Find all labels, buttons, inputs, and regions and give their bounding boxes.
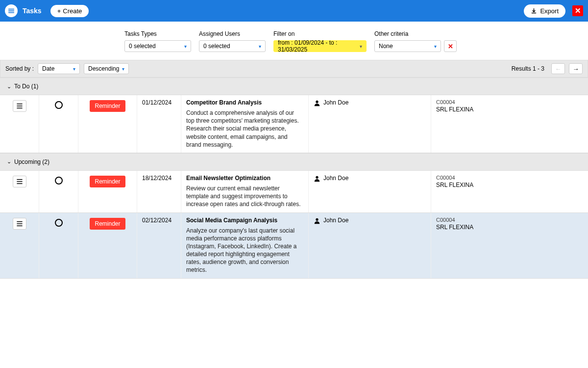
other-criteria-label: Other criteria (374, 30, 457, 37)
upcoming-label: Upcoming (2) (14, 158, 49, 165)
list-icon (16, 103, 23, 109)
menu-button[interactable] (5, 4, 18, 17)
next-page-button[interactable]: → (569, 63, 583, 74)
page-title: Tasks (23, 7, 42, 15)
reminder-tag[interactable]: Reminder (90, 100, 125, 112)
task-types-label: Tasks Types (124, 30, 191, 37)
task-title: Email Newsletter Optimization (186, 175, 303, 182)
other-criteria-select[interactable]: None ▾ (374, 40, 441, 52)
filter-on-label: Filter on (273, 30, 367, 37)
x-icon: ✕ (448, 43, 453, 50)
close-icon: ✕ (575, 6, 581, 15)
status-circle[interactable] (55, 177, 63, 184)
svg-point-0 (316, 101, 318, 103)
svg-point-1 (316, 176, 318, 179)
chevron-down-icon: ▾ (434, 44, 437, 49)
clear-filters-button[interactable]: ✕ (444, 40, 457, 52)
task-date: 02/12/2024 (142, 217, 172, 224)
task-user: John Doe (323, 175, 348, 182)
task-menu-button[interactable] (13, 100, 26, 112)
company-code: C00004 (436, 175, 578, 181)
task-date: 18/12/2024 (142, 175, 172, 182)
task-title: Social Media Campaign Analysis (186, 217, 303, 224)
task-description: Review our current email newsletter temp… (186, 184, 303, 209)
user-icon (314, 100, 320, 106)
task-types-select[interactable]: 0 selected ▾ (124, 40, 191, 52)
create-label: Create (63, 7, 82, 15)
sort-direction-select[interactable]: Descending ▾ (84, 63, 129, 74)
export-button[interactable]: Export (524, 4, 565, 18)
sort-field-select[interactable]: Date ▾ (38, 63, 80, 74)
close-button[interactable]: ✕ (572, 5, 583, 16)
arrow-left-icon: ← (555, 65, 562, 73)
svg-point-2 (316, 218, 318, 220)
filters-panel: Tasks Types 0 selected ▾ Assigned Users … (0, 22, 588, 60)
chevron-down-icon: ▾ (122, 66, 124, 72)
results-count: Results 1 - 3 (512, 65, 544, 72)
chevron-down-icon: ⌄ (7, 158, 11, 165)
task-description: Conduct a comprehensive analysis of our … (186, 109, 303, 149)
download-icon (531, 8, 537, 14)
create-button[interactable]: + Create (50, 5, 89, 17)
user-icon (314, 217, 320, 224)
task-user: John Doe (323, 217, 348, 224)
list-icon (16, 221, 23, 227)
reminder-tag[interactable]: Reminder (90, 176, 125, 187)
chevron-down-icon: ▾ (73, 66, 75, 72)
arrow-right-icon: → (573, 65, 579, 73)
status-circle[interactable] (55, 219, 63, 227)
section-header-upcoming[interactable]: ⌄ Upcoming (2) (0, 153, 588, 171)
task-row: Reminder 01/12/2024 Competitor Brand Ana… (0, 95, 588, 153)
company-code: C00004 (436, 99, 578, 105)
chevron-down-icon: ▾ (259, 44, 261, 49)
task-title: Competitor Brand Analysis (186, 99, 303, 106)
list-icon (16, 179, 23, 184)
sort-bar: Sorted by : Date ▾ Descending ▾ Results … (0, 60, 588, 78)
chevron-down-icon: ⌄ (7, 83, 11, 90)
company-name: SRL FLEXINA (436, 224, 578, 231)
user-icon (314, 175, 320, 182)
status-circle[interactable] (55, 101, 63, 109)
task-menu-button[interactable] (13, 218, 26, 230)
assigned-users-select[interactable]: 0 selected ▾ (199, 40, 266, 52)
task-row: Reminder 18/12/2024 Email Newsletter Opt… (0, 171, 588, 213)
reminder-tag[interactable]: Reminder (90, 218, 125, 230)
prev-page-button[interactable]: ← (551, 63, 565, 74)
section-header-todo[interactable]: ⌄ To Do (1) (0, 78, 588, 95)
plus-icon: + (57, 7, 61, 15)
task-date: 01/12/2024 (142, 99, 172, 106)
assigned-users-label: Assigned Users (199, 30, 266, 37)
task-menu-button[interactable] (13, 176, 26, 187)
task-description: Analyze our company's last quarter socia… (186, 227, 303, 274)
company-code: C00004 (436, 217, 578, 223)
top-bar: Tasks + Create Export ✕ (0, 0, 588, 22)
todo-label: To Do (1) (14, 83, 38, 90)
task-row: Reminder 02/12/2024 Social Media Campaig… (0, 213, 588, 279)
chevron-down-icon: ▾ (184, 44, 187, 49)
export-label: Export (540, 7, 559, 15)
filter-on-select[interactable]: from : 01/09/2024 - to : 31/03/2025 ▾ (273, 40, 367, 52)
company-name: SRL FLEXINA (436, 182, 578, 188)
hamburger-icon (8, 7, 15, 14)
task-user: John Doe (323, 99, 348, 106)
sorted-by-label: Sorted by : (5, 65, 34, 72)
chevron-down-icon: ▾ (360, 44, 362, 49)
company-name: SRL FLEXINA (436, 106, 578, 113)
